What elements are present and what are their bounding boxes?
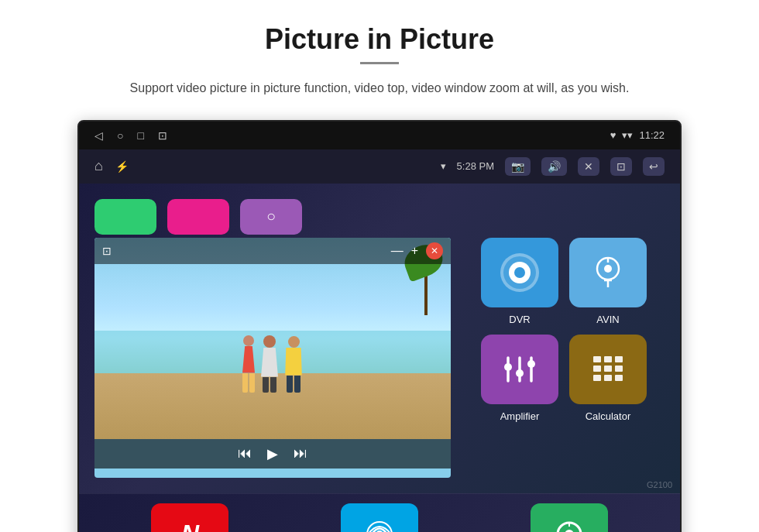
pip-overlay: ⊡ — + ✕ [94,238,451,264]
dvr-icon [481,238,558,307]
video-content [94,238,451,439]
page-title: Picture in Picture [265,23,494,56]
status-bar-left: ◁ ○ □ ⊡ [94,129,167,142]
wheelkey-icon [531,503,608,532]
app-calculator[interactable]: Calculator [569,335,647,422]
bottom-app-wheelkey[interactable]: Wheelkey Study [531,503,608,532]
usb-icon: ⚡ [115,160,129,173]
app-row-1: DVR AVIN [463,238,665,325]
svg-rect-11 [593,356,601,362]
pip-bottom-controls: ⏮ ▶ ⏭ [94,439,451,469]
svg-rect-16 [615,366,623,372]
svg-point-10 [527,360,535,368]
svg-rect-13 [615,356,623,362]
amplifier-label: Amplifier [500,410,540,422]
svg-point-23 [565,530,574,532]
menu-nav-icon[interactable]: ⊡ [158,129,167,142]
device-frame: ◁ ○ □ ⊡ ♥ ▾▾ 11:22 ⌂ ⚡ ▾ 5:28 PM 📷 🔊 ✕ ⊡… [77,120,682,532]
calculator-icon [569,335,647,404]
dvr-inner [509,262,531,283]
app-grid: DVR AVIN [463,238,665,478]
volume-button[interactable]: 🔊 [541,157,567,176]
top-app-wheelkey-partial: ○ [240,199,302,235]
amplifier-icon [481,335,558,404]
top-app-sirius-partial [167,199,229,235]
page-subtitle: Support video picture in picture functio… [130,78,630,98]
svg-rect-15 [604,366,612,372]
nav-right: ▾ 5:28 PM 📷 🔊 ✕ ⊡ ↩ [441,157,665,176]
pip-expand-button[interactable]: + [411,244,418,258]
dvr-dot [514,267,525,278]
recents-nav-icon[interactable]: □ [137,129,143,142]
home-icon[interactable]: ⌂ [94,158,103,174]
bottom-app-siriusxm[interactable]: SiriusXM [341,503,418,532]
app-dvr[interactable]: DVR [481,238,558,325]
svg-point-2 [604,265,612,273]
main-area: ○ ⊡ — + ✕ [79,184,680,493]
calculator-label: Calculator [586,410,631,422]
svg-rect-17 [593,375,601,381]
wheelkey-svg [548,515,590,532]
top-app-netflix-partial [94,199,156,235]
svg-point-6 [504,363,512,371]
pip-minimize-button[interactable]: — [391,244,404,258]
pip-play-button[interactable]: ▶ [267,445,278,462]
wifi-status-icon: ▾ [441,160,446,172]
watermark: G2100 [647,480,672,489]
camera-button[interactable]: 📷 [505,157,531,176]
title-divider [360,62,399,64]
bottom-app-netflix[interactable]: N Netflix [151,503,228,532]
top-apps-partial: ○ [94,199,302,235]
status-bar-right: ♥ ▾▾ 11:22 [610,129,665,141]
wifi-icon: ▾▾ [622,129,633,141]
back-nav-icon[interactable]: ◁ [94,129,103,142]
pip-record-icon: ⊡ [102,245,112,257]
svg-rect-19 [615,375,623,381]
pip-prev-button[interactable]: ⏮ [238,445,252,462]
sirius-svg [360,515,399,532]
avin-svg [589,253,627,292]
bottom-apps-bar: N Netflix SiriusXM [79,493,680,532]
app-row-2: Amplifier [463,335,665,422]
nav-bar: ⌂ ⚡ ▾ 5:28 PM 📷 🔊 ✕ ⊡ ↩ [79,149,680,184]
app-avin[interactable]: AVIN [569,238,647,325]
pip-close-button[interactable]: ✕ [426,242,443,259]
status-bar: ◁ ○ □ ⊡ ♥ ▾▾ 11:22 [79,122,680,149]
netflix-icon: N [151,503,228,532]
dvr-label: DVR [509,314,530,325]
gps-icon: ♥ [610,129,616,141]
svg-rect-14 [593,366,601,372]
amplifier-svg [499,350,541,389]
back-button[interactable]: ↩ [643,157,665,176]
svg-rect-12 [604,356,612,362]
close-button[interactable]: ✕ [578,157,599,176]
app-amplifier[interactable]: Amplifier [481,335,558,422]
window-button[interactable]: ⊡ [610,157,632,176]
home-nav-icon[interactable]: ○ [117,129,123,142]
pip-controls: — + ✕ [391,242,443,259]
nav-left: ⌂ ⚡ [94,158,129,174]
pip-next-button[interactable]: ⏭ [294,445,307,462]
dvr-circle [500,253,539,292]
pip-video: ⊡ — + ✕ [94,238,451,478]
svg-point-8 [516,369,524,377]
nav-time: 5:28 PM [457,160,494,172]
avin-label: AVIN [596,314,619,325]
calculator-svg [587,350,629,389]
avin-icon [569,238,647,307]
sirius-icon [341,503,418,532]
svg-rect-18 [604,375,612,381]
status-time: 11:22 [639,129,665,141]
